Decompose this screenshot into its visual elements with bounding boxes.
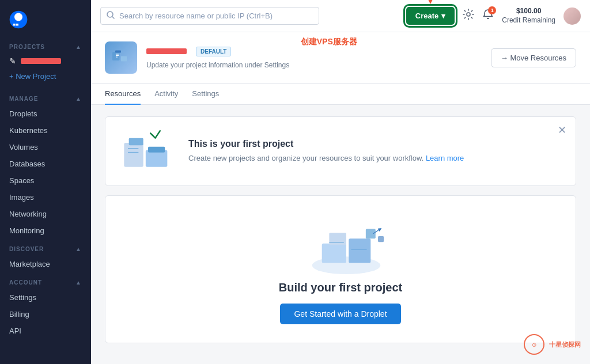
- settings-label: Settings: [9, 293, 36, 302]
- spaces-label: Spaces: [9, 176, 34, 185]
- svg-rect-5: [112, 52, 120, 60]
- notifications-button[interactable]: 1: [482, 9, 494, 23]
- discover-section-header: DISCOVER ▲: [0, 239, 91, 256]
- topnav-right: Create ▾: [406, 7, 581, 25]
- project-info: DEFAULT Update your project information …: [105, 41, 289, 74]
- new-project-label: + New Project: [9, 72, 56, 81]
- svg-rect-7: [121, 56, 127, 62]
- tab-resources[interactable]: Resources: [105, 84, 141, 105]
- project-name-redacted: [21, 58, 61, 64]
- tab-settings[interactable]: Settings: [192, 84, 219, 105]
- get-started-label: Get Started with a Droplet: [294, 309, 387, 318]
- sidebar-item-networking[interactable]: Networking: [0, 206, 91, 222]
- watermark-circle: ⊙: [524, 334, 544, 355]
- volumes-label: Volumes: [9, 143, 38, 151]
- databases-label: Databases: [9, 160, 45, 168]
- create-label: Create: [415, 12, 438, 20]
- networking-label: Networking: [9, 210, 47, 218]
- sidebar-item-billing[interactable]: Billing: [0, 306, 91, 323]
- move-resources-label: → Move Resources: [501, 54, 566, 62]
- dismiss-card-button[interactable]: ✕: [558, 124, 566, 136]
- svg-point-4: [467, 13, 470, 16]
- notification-badge: 1: [488, 6, 496, 14]
- images-label: Images: [9, 193, 34, 202]
- learn-more-link[interactable]: Learn more: [426, 154, 464, 162]
- monitoring-label: Monitoring: [9, 226, 44, 235]
- discover-chevron[interactable]: ▲: [75, 246, 82, 252]
- build-card-title: Build your first project: [279, 281, 402, 294]
- sidebar-item-databases[interactable]: Databases: [0, 156, 91, 172]
- sidebar-item-marketplace[interactable]: Marketplace: [0, 256, 91, 272]
- manage-chevron[interactable]: ▲: [75, 96, 82, 102]
- svg-rect-18: [322, 244, 346, 263]
- project-tabs: Resources Activity Settings: [91, 84, 590, 105]
- project-header: DEFAULT Update your project information …: [91, 32, 590, 84]
- svg-rect-1: [16, 24, 18, 26]
- cards-area: This is your first project Create new pr…: [91, 105, 590, 355]
- top-navigation: Search by resource name or public IP (Ct…: [91, 0, 590, 32]
- svg-rect-12: [129, 138, 143, 146]
- user-avatar[interactable]: [563, 7, 581, 25]
- svg-rect-24: [378, 236, 384, 242]
- project-meta: DEFAULT Update your project information …: [146, 47, 289, 69]
- svg-rect-23: [366, 229, 376, 238]
- tab-settings-label: Settings: [192, 89, 219, 98]
- default-badge: DEFAULT: [196, 47, 231, 56]
- build-illustration: [300, 214, 381, 272]
- sidebar-item-droplets[interactable]: Droplets: [0, 105, 91, 122]
- watermark: ⊙ 十星侦探网: [524, 334, 581, 355]
- get-started-button[interactable]: Get Started with a Droplet: [280, 304, 400, 324]
- search-bar[interactable]: Search by resource name or public IP (Ct…: [100, 7, 319, 25]
- projects-label: PROJECTS: [9, 44, 45, 50]
- sidebar-item-api[interactable]: API: [0, 323, 91, 339]
- credit-label: Credit Remaining: [502, 16, 555, 25]
- watermark-text: 十星侦探网: [549, 340, 581, 349]
- first-project-illustration: [119, 128, 177, 174]
- current-project[interactable]: ✎: [0, 54, 91, 69]
- logo[interactable]: [0, 0, 91, 37]
- sidebar: PROJECTS ▲ ✎ + New Project MANAGE ▲ Drop…: [0, 0, 91, 364]
- account-label: ACCOUNT: [9, 279, 42, 286]
- sidebar-item-volumes[interactable]: Volumes: [0, 139, 91, 156]
- manage-label: MANAGE: [9, 96, 38, 102]
- tab-resources-label: Resources: [105, 89, 141, 98]
- api-label: API: [9, 327, 21, 335]
- billing-label: Billing: [9, 310, 29, 318]
- svg-rect-20: [329, 233, 346, 245]
- svg-rect-11: [124, 143, 143, 167]
- marketplace-label: Marketplace: [9, 260, 50, 268]
- search-icon: [107, 11, 115, 21]
- svg-rect-13: [146, 150, 168, 167]
- sidebar-item-monitoring[interactable]: Monitoring: [0, 222, 91, 239]
- first-project-desc: Create new projects and organize your re…: [188, 153, 464, 164]
- settings-nav-button[interactable]: [463, 9, 474, 23]
- account-chevron[interactable]: ▲: [75, 279, 82, 286]
- sidebar-item-images[interactable]: Images: [0, 189, 91, 206]
- droplets-label: Droplets: [9, 109, 37, 118]
- sidebar-item-kubernetes[interactable]: Kubernetes: [0, 122, 91, 139]
- projects-chevron[interactable]: ▲: [75, 44, 82, 50]
- project-icon: [105, 41, 137, 74]
- credit-amount: $100.00: [502, 7, 555, 16]
- tab-activity-label: Activity: [154, 89, 178, 98]
- first-project-title: This is your first project: [188, 139, 464, 149]
- create-chevron-icon: ▾: [441, 12, 445, 20]
- first-project-card: This is your first project Create new pr…: [105, 116, 576, 186]
- discover-label: DISCOVER: [9, 246, 44, 252]
- credit-info: $100.00 Credit Remaining: [502, 7, 555, 25]
- move-resources-button[interactable]: → Move Resources: [491, 48, 576, 67]
- svg-rect-6: [115, 51, 121, 53]
- new-project-button[interactable]: + New Project: [0, 69, 91, 89]
- sidebar-item-settings[interactable]: Settings: [0, 289, 91, 306]
- kubernetes-label: Kubernetes: [9, 126, 48, 135]
- build-project-card: Build your first project Get Started wit…: [105, 195, 576, 343]
- svg-rect-19: [349, 238, 370, 263]
- sidebar-item-spaces[interactable]: Spaces: [0, 172, 91, 189]
- create-button[interactable]: Create ▾: [406, 7, 455, 25]
- tab-activity[interactable]: Activity: [154, 84, 178, 105]
- projects-section-header: PROJECTS ▲: [0, 37, 91, 54]
- project-name-bar: [146, 48, 187, 54]
- svg-rect-14: [148, 147, 165, 153]
- account-section-header: ACCOUNT ▲: [0, 272, 91, 289]
- main-content: Search by resource name or public IP (Ct…: [91, 0, 590, 364]
